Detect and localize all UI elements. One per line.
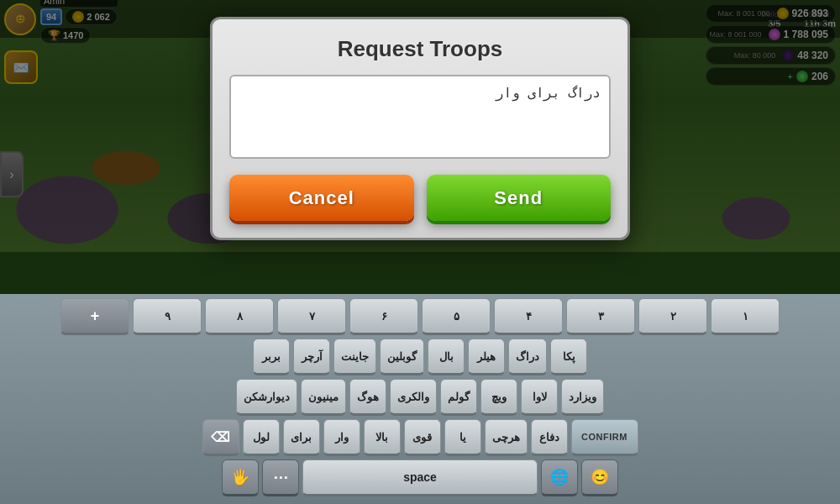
keyboard-row2: بربر آرچر جاینت گوبلین بال هیلر دراگ پکا xyxy=(4,339,836,375)
key-defense[interactable]: دفاع xyxy=(531,419,568,456)
key-giant[interactable]: جاینت xyxy=(333,339,376,375)
key-baray[interactable]: برای xyxy=(283,419,320,456)
key-hand[interactable]: 🖐 xyxy=(222,459,259,496)
dialog-buttons: Cancel Send xyxy=(229,175,611,221)
troops-request-input[interactable] xyxy=(229,75,611,159)
key-barbar[interactable]: بربر xyxy=(253,339,290,375)
key-hog[interactable]: هوگ xyxy=(349,379,386,416)
key-valkyrie[interactable]: والکری xyxy=(390,379,437,416)
key-bala[interactable]: بالا xyxy=(364,419,401,456)
key-minion[interactable]: مینیون xyxy=(301,379,346,416)
persian-keyboard: + ۹ ۸ ۷ ۶ ۵ ۴ ۳ ۲ ۱ بربر آرچر جاینت گوبل… xyxy=(0,294,840,504)
key-healer[interactable]: هیلر xyxy=(468,339,505,375)
key-globe[interactable]: 🌐 xyxy=(541,459,578,496)
key-drag[interactable]: دراگ xyxy=(508,339,547,375)
key-7[interactable]: ۷ xyxy=(277,298,346,335)
key-archer[interactable]: آرچر xyxy=(293,339,330,375)
key-balloon[interactable]: بال xyxy=(428,339,465,375)
key-8[interactable]: ۸ xyxy=(205,298,274,335)
key-wizard[interactable]: ویزارد xyxy=(561,379,604,416)
confirm-key[interactable]: CONFIRM xyxy=(571,419,638,456)
space-key[interactable]: space xyxy=(302,459,538,496)
key-lol[interactable]: لول xyxy=(243,419,280,456)
key-wallbreaker[interactable]: دیوارشکن xyxy=(236,379,297,416)
key-witch[interactable]: ویچ xyxy=(480,379,517,416)
keyboard-bottom-row: 🖐 ⋯ space 🌐 😊 xyxy=(4,459,836,496)
key-plus[interactable]: + xyxy=(60,298,129,335)
key-2[interactable]: ۲ xyxy=(638,298,707,335)
key-emoji[interactable]: 😊 xyxy=(581,459,618,496)
key-3[interactable]: ۳ xyxy=(566,298,635,335)
keyboard-number-row: + ۹ ۸ ۷ ۶ ۵ ۴ ۳ ۲ ۱ xyxy=(4,298,836,335)
cancel-button[interactable]: Cancel xyxy=(229,175,414,221)
key-ghavi[interactable]: قوی xyxy=(404,419,441,456)
key-6[interactable]: ۶ xyxy=(349,298,418,335)
key-backspace[interactable]: ⌫ xyxy=(202,419,239,456)
key-harchi[interactable]: هرچی xyxy=(485,419,528,456)
key-dots[interactable]: ⋯ xyxy=(262,459,299,496)
dialog-title: Request Troops xyxy=(229,36,611,62)
key-golem[interactable]: گولم xyxy=(440,379,477,416)
key-ya[interactable]: یا xyxy=(444,419,481,456)
keyboard-row3: دیوارشکن مینیون هوگ والکری گولم ویچ لاوا… xyxy=(4,379,836,416)
keyboard-row4: ⌫ لول برای وار بالا قوی یا هرچی دفاع CON… xyxy=(4,419,836,456)
key-4[interactable]: ۴ xyxy=(494,298,563,335)
key-war[interactable]: وار xyxy=(323,419,360,456)
key-lava[interactable]: لاوا xyxy=(521,379,558,416)
key-pekka[interactable]: پکا xyxy=(550,339,587,375)
send-button[interactable]: Send xyxy=(427,175,612,221)
key-goblin[interactable]: گوبلین xyxy=(380,339,424,375)
key-5[interactable]: ۵ xyxy=(422,298,491,335)
key-1[interactable]: ۱ xyxy=(711,298,780,335)
key-9[interactable]: ۹ xyxy=(133,298,202,335)
request-troops-dialog: Request Troops Cancel Send xyxy=(210,17,630,240)
